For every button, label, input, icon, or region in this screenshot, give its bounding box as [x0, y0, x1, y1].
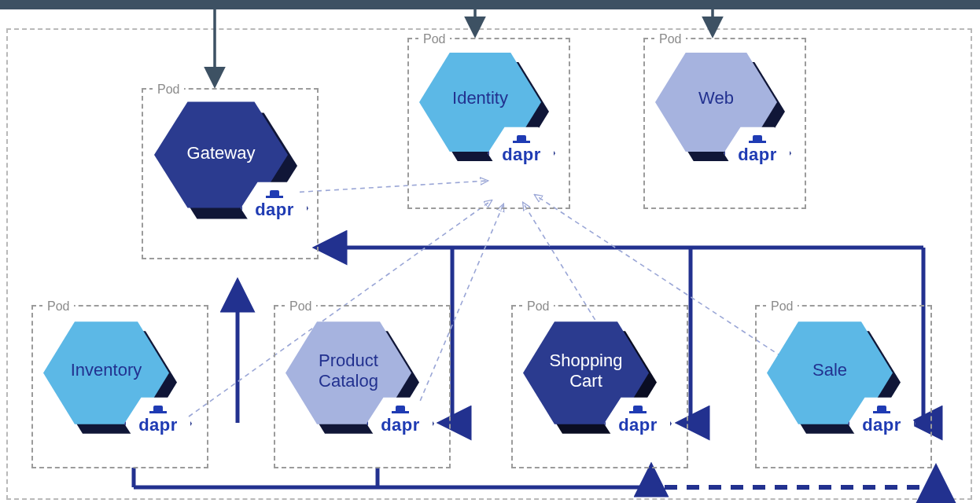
dapr-hat-icon — [266, 190, 283, 198]
dapr-hat-icon — [749, 135, 766, 143]
service-label: Gateway — [154, 143, 288, 163]
service-label: Shopping Cart — [523, 351, 649, 391]
service-label: Inventory — [43, 360, 169, 380]
pod-label: Pod — [285, 299, 316, 314]
top-bar — [0, 0, 980, 9]
dapr-badge-identity: dapr — [488, 124, 555, 182]
dapr-label: dapr — [124, 415, 192, 435]
dapr-badge-sale: dapr — [848, 395, 916, 453]
dapr-label: dapr — [848, 415, 916, 435]
service-label: Product Catalog — [286, 351, 411, 391]
dapr-badge-inventory: dapr — [124, 395, 192, 453]
service-label: Sale — [767, 360, 893, 380]
dapr-hat-icon — [873, 406, 890, 413]
dapr-label: dapr — [488, 145, 555, 165]
pod-label: Pod — [522, 299, 554, 314]
dapr-hat-icon — [629, 406, 647, 413]
dapr-badge-product-catalog: dapr — [367, 395, 434, 453]
dapr-badge-web: dapr — [724, 124, 791, 182]
dapr-hat-icon — [392, 406, 409, 413]
service-label: Identity — [419, 88, 541, 108]
dapr-hat-icon — [513, 135, 530, 143]
dapr-hat-icon — [149, 406, 167, 413]
pod-label: Pod — [153, 83, 184, 97]
service-label: Web — [655, 88, 777, 108]
dapr-label: dapr — [367, 415, 434, 435]
pod-label: Pod — [654, 32, 686, 46]
pod-label: Pod — [766, 299, 798, 314]
dapr-badge-gateway: dapr — [241, 179, 308, 237]
dapr-label: dapr — [724, 145, 791, 165]
pod-label: Pod — [42, 299, 74, 314]
dapr-label: dapr — [241, 200, 308, 220]
dapr-label: dapr — [604, 415, 672, 435]
pod-label: Pod — [418, 32, 450, 46]
dapr-badge-shopping-cart: dapr — [604, 395, 672, 453]
